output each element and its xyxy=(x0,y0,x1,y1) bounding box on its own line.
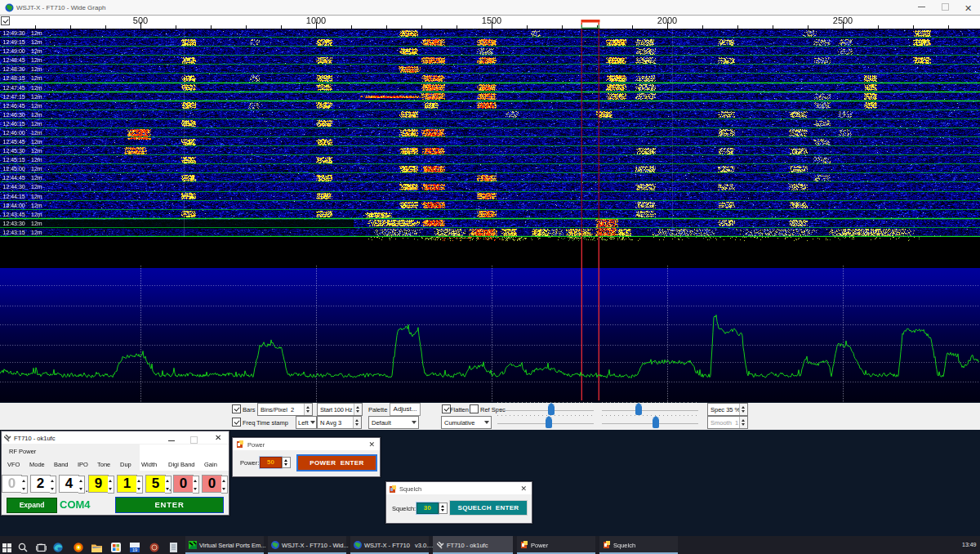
svg-text:19: 19 xyxy=(132,547,137,552)
